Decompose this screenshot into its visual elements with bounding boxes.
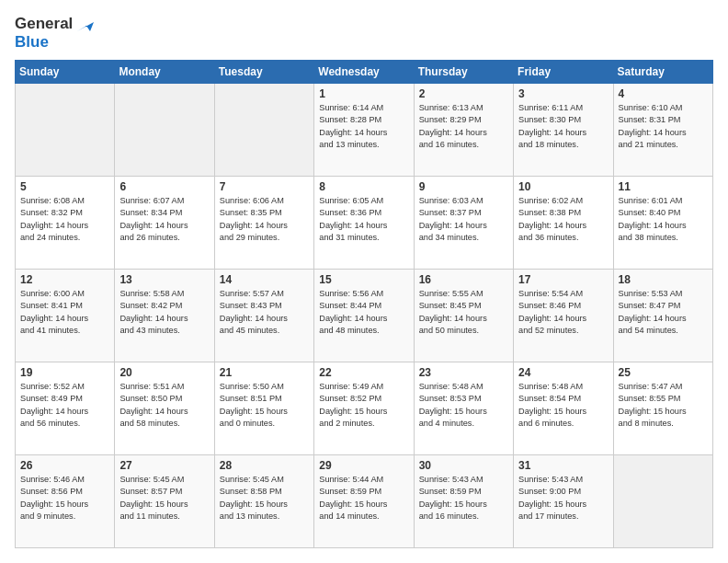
day-number-8: 8 (319, 180, 408, 193)
day-number-18: 18 (619, 273, 708, 286)
calendar-cell-w1-d5: 3Sunrise: 6:11 AM Sunset: 8:30 PM Daylig… (514, 84, 613, 177)
logo-general: General (15, 15, 94, 33)
calendar-cell-w5-d4: 30Sunrise: 5:43 AM Sunset: 8:59 PM Dayli… (414, 454, 513, 547)
day-number-21: 21 (220, 366, 309, 379)
day-info-24: Sunrise: 5:48 AM Sunset: 8:54 PM Dayligh… (518, 381, 608, 430)
day-info-5: Sunrise: 6:08 AM Sunset: 8:32 PM Dayligh… (20, 195, 109, 244)
day-number-2: 2 (419, 87, 508, 100)
calendar-week-3: 12Sunrise: 6:00 AM Sunset: 8:41 PM Dayli… (16, 270, 713, 362)
day-info-14: Sunrise: 5:57 AM Sunset: 8:43 PM Dayligh… (220, 288, 309, 337)
weekday-header-tuesday: Tuesday (214, 61, 313, 84)
day-number-30: 30 (419, 459, 508, 472)
day-number-10: 10 (518, 180, 608, 193)
calendar-cell-w1-d0 (16, 84, 115, 177)
day-info-19: Sunrise: 5:52 AM Sunset: 8:49 PM Dayligh… (20, 381, 109, 430)
calendar-cell-w3-d3: 15Sunrise: 5:56 AM Sunset: 8:44 PM Dayli… (314, 270, 414, 362)
day-info-30: Sunrise: 5:43 AM Sunset: 8:59 PM Dayligh… (419, 474, 508, 523)
calendar-cell-w4-d5: 24Sunrise: 5:48 AM Sunset: 8:54 PM Dayli… (514, 362, 613, 455)
day-info-10: Sunrise: 6:02 AM Sunset: 8:38 PM Dayligh… (518, 195, 608, 244)
day-number-26: 26 (20, 459, 109, 472)
day-number-25: 25 (619, 366, 708, 379)
day-number-31: 31 (518, 459, 608, 472)
calendar-week-4: 19Sunrise: 5:52 AM Sunset: 8:49 PM Dayli… (16, 362, 713, 455)
day-info-8: Sunrise: 6:05 AM Sunset: 8:36 PM Dayligh… (319, 195, 408, 244)
calendar-cell-w1-d6: 4Sunrise: 6:10 AM Sunset: 8:31 PM Daylig… (613, 84, 712, 177)
weekday-header-wednesday: Wednesday (314, 61, 414, 84)
day-number-20: 20 (119, 366, 209, 379)
day-info-23: Sunrise: 5:48 AM Sunset: 8:53 PM Dayligh… (419, 381, 508, 430)
day-info-4: Sunrise: 6:10 AM Sunset: 8:31 PM Dayligh… (619, 102, 708, 151)
day-info-27: Sunrise: 5:45 AM Sunset: 8:57 PM Dayligh… (119, 474, 209, 523)
day-number-28: 28 (220, 459, 309, 472)
day-number-13: 13 (119, 273, 209, 286)
calendar-cell-w1-d3: 1Sunrise: 6:14 AM Sunset: 8:28 PM Daylig… (314, 84, 414, 177)
calendar-table: SundayMondayTuesdayWednesdayThursdayFrid… (15, 60, 713, 548)
day-number-29: 29 (319, 459, 408, 472)
day-info-25: Sunrise: 5:47 AM Sunset: 8:55 PM Dayligh… (619, 381, 708, 430)
calendar-cell-w3-d5: 17Sunrise: 5:54 AM Sunset: 8:46 PM Dayli… (514, 270, 613, 362)
header: General Blue (15, 15, 713, 51)
calendar-cell-w3-d0: 12Sunrise: 6:00 AM Sunset: 8:41 PM Dayli… (16, 270, 115, 362)
day-info-15: Sunrise: 5:56 AM Sunset: 8:44 PM Dayligh… (319, 288, 408, 337)
weekday-header-monday: Monday (115, 61, 214, 84)
calendar-cell-w4-d1: 20Sunrise: 5:51 AM Sunset: 8:50 PM Dayli… (115, 362, 214, 455)
weekday-header-row: SundayMondayTuesdayWednesdayThursdayFrid… (16, 61, 713, 84)
day-number-1: 1 (319, 87, 408, 100)
calendar-cell-w5-d5: 31Sunrise: 5:43 AM Sunset: 9:00 PM Dayli… (514, 454, 613, 547)
calendar-cell-w2-d6: 11Sunrise: 6:01 AM Sunset: 8:40 PM Dayli… (613, 177, 712, 270)
day-info-31: Sunrise: 5:43 AM Sunset: 9:00 PM Dayligh… (518, 474, 608, 523)
calendar-cell-w2-d5: 10Sunrise: 6:02 AM Sunset: 8:38 PM Dayli… (514, 177, 613, 270)
calendar-cell-w5-d1: 27Sunrise: 5:45 AM Sunset: 8:57 PM Dayli… (115, 454, 214, 547)
calendar-cell-w2-d0: 5Sunrise: 6:08 AM Sunset: 8:32 PM Daylig… (16, 177, 115, 270)
calendar-cell-w3-d6: 18Sunrise: 5:53 AM Sunset: 8:47 PM Dayli… (613, 270, 712, 362)
logo: General Blue (15, 15, 94, 51)
calendar-cell-w2-d1: 6Sunrise: 6:07 AM Sunset: 8:34 PM Daylig… (115, 177, 214, 270)
day-info-13: Sunrise: 5:58 AM Sunset: 8:42 PM Dayligh… (119, 288, 209, 337)
logo-blue: Blue (15, 33, 49, 52)
day-info-16: Sunrise: 5:55 AM Sunset: 8:45 PM Dayligh… (419, 288, 508, 337)
day-info-2: Sunrise: 6:13 AM Sunset: 8:29 PM Dayligh… (419, 102, 508, 151)
day-info-28: Sunrise: 5:45 AM Sunset: 8:58 PM Dayligh… (220, 474, 309, 523)
calendar-week-2: 5Sunrise: 6:08 AM Sunset: 8:32 PM Daylig… (16, 177, 713, 270)
calendar-week-1: 1Sunrise: 6:14 AM Sunset: 8:28 PM Daylig… (16, 84, 713, 177)
calendar-cell-w5-d0: 26Sunrise: 5:46 AM Sunset: 8:56 PM Dayli… (16, 454, 115, 547)
day-info-29: Sunrise: 5:44 AM Sunset: 8:59 PM Dayligh… (319, 474, 408, 523)
weekday-header-thursday: Thursday (414, 61, 513, 84)
calendar-cell-w5-d2: 28Sunrise: 5:45 AM Sunset: 8:58 PM Dayli… (214, 454, 313, 547)
day-info-7: Sunrise: 6:06 AM Sunset: 8:35 PM Dayligh… (220, 195, 309, 244)
day-info-22: Sunrise: 5:49 AM Sunset: 8:52 PM Dayligh… (319, 381, 408, 430)
day-info-6: Sunrise: 6:07 AM Sunset: 8:34 PM Dayligh… (119, 195, 209, 244)
calendar-cell-w1-d2 (214, 84, 313, 177)
svg-marker-0 (77, 22, 94, 31)
calendar-week-5: 26Sunrise: 5:46 AM Sunset: 8:56 PM Dayli… (16, 454, 713, 547)
calendar-cell-w5-d6 (613, 454, 712, 547)
calendar-cell-w2-d4: 9Sunrise: 6:03 AM Sunset: 8:37 PM Daylig… (414, 177, 513, 270)
day-number-24: 24 (518, 366, 608, 379)
calendar-cell-w3-d4: 16Sunrise: 5:55 AM Sunset: 8:45 PM Dayli… (414, 270, 513, 362)
day-info-9: Sunrise: 6:03 AM Sunset: 8:37 PM Dayligh… (419, 195, 508, 244)
day-number-5: 5 (20, 180, 109, 193)
day-number-22: 22 (319, 366, 408, 379)
calendar-cell-w4-d0: 19Sunrise: 5:52 AM Sunset: 8:49 PM Dayli… (16, 362, 115, 455)
calendar-cell-w4-d2: 21Sunrise: 5:50 AM Sunset: 8:51 PM Dayli… (214, 362, 313, 455)
calendar-cell-w1-d1 (115, 84, 214, 177)
day-number-4: 4 (619, 87, 708, 100)
calendar-cell-w3-d1: 13Sunrise: 5:58 AM Sunset: 8:42 PM Dayli… (115, 270, 214, 362)
day-info-20: Sunrise: 5:51 AM Sunset: 8:50 PM Dayligh… (119, 381, 209, 430)
calendar-cell-w4-d6: 25Sunrise: 5:47 AM Sunset: 8:55 PM Dayli… (613, 362, 712, 455)
calendar-body: 1Sunrise: 6:14 AM Sunset: 8:28 PM Daylig… (16, 84, 713, 548)
day-number-9: 9 (419, 180, 508, 193)
day-info-26: Sunrise: 5:46 AM Sunset: 8:56 PM Dayligh… (20, 474, 109, 523)
day-info-1: Sunrise: 6:14 AM Sunset: 8:28 PM Dayligh… (319, 102, 408, 151)
day-info-12: Sunrise: 6:00 AM Sunset: 8:41 PM Dayligh… (20, 288, 109, 337)
calendar-cell-w4-d3: 22Sunrise: 5:49 AM Sunset: 8:52 PM Dayli… (314, 362, 414, 455)
day-info-21: Sunrise: 5:50 AM Sunset: 8:51 PM Dayligh… (220, 381, 309, 430)
calendar-cell-w2-d3: 8Sunrise: 6:05 AM Sunset: 8:36 PM Daylig… (314, 177, 414, 270)
day-info-11: Sunrise: 6:01 AM Sunset: 8:40 PM Dayligh… (619, 195, 708, 244)
day-info-18: Sunrise: 5:53 AM Sunset: 8:47 PM Dayligh… (619, 288, 708, 337)
calendar-cell-w2-d2: 7Sunrise: 6:06 AM Sunset: 8:35 PM Daylig… (214, 177, 313, 270)
weekday-header-friday: Friday (514, 61, 613, 84)
day-number-6: 6 (119, 180, 209, 193)
calendar-cell-w1-d4: 2Sunrise: 6:13 AM Sunset: 8:29 PM Daylig… (414, 84, 513, 177)
weekday-header-saturday: Saturday (613, 61, 712, 84)
